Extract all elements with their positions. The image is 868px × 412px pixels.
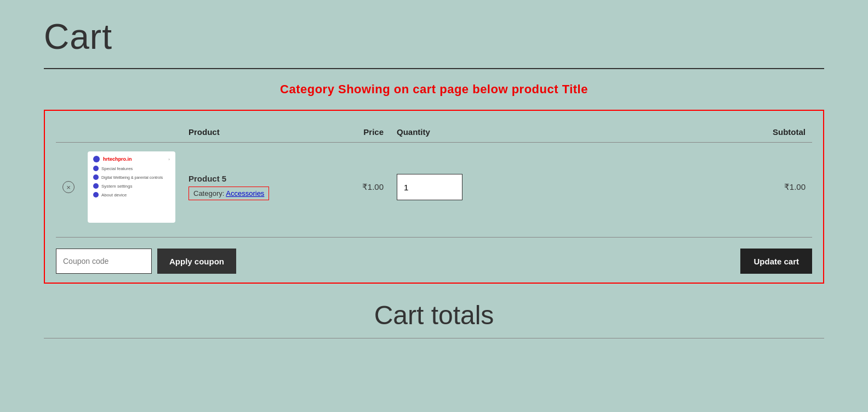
coupon-area: Apply coupon (56, 249, 236, 274)
apply-coupon-button[interactable]: Apply coupon (157, 249, 236, 274)
col-header-image (81, 122, 182, 143)
product-subtotal: ₹1.00 (784, 182, 806, 191)
col-header-subtotal: Subtotal (500, 122, 812, 143)
col-header-quantity: Quantity (390, 122, 500, 143)
title-divider (44, 68, 824, 69)
product-price: ₹1.00 (362, 182, 384, 191)
coupon-input[interactable] (56, 249, 152, 274)
table-row: × hrtechpro.in › Special features (56, 143, 812, 232)
category-label: Category: (193, 189, 224, 197)
remove-item-button[interactable]: × (62, 181, 75, 193)
category-link[interactable]: Accessories (226, 189, 264, 197)
thumb-arrow: › (168, 157, 170, 162)
bottom-divider (44, 338, 824, 338)
thumb-row-3: System settings (101, 184, 132, 189)
thumb-circle-1 (93, 166, 99, 171)
thumb-circle-3 (93, 183, 99, 189)
cart-totals-title: Cart totals (44, 300, 824, 330)
thumb-circle-2 (93, 174, 99, 180)
thumb-row-2: Digital Wellbeing & parental controls (101, 176, 163, 179)
thumb-row-4: About device (101, 193, 127, 197)
thumb-row-1: Special features (101, 166, 133, 171)
product-name: Product 5 (189, 174, 329, 183)
col-header-remove (56, 122, 81, 143)
thumb-circle-4 (93, 192, 99, 197)
cart-table: Product Price Quantity Subtotal × hrtech… (56, 122, 812, 232)
product-category-badge: Category: Accessories (189, 187, 269, 200)
thumb-dot-header (93, 156, 100, 162)
notice-banner: Category Showing on cart page below prod… (44, 82, 824, 97)
quantity-input[interactable] (397, 174, 462, 200)
update-cart-button[interactable]: Update cart (740, 249, 812, 274)
thumb-brand: hrtechpro.in (103, 156, 132, 162)
cart-actions: Apply coupon Update cart (56, 237, 812, 283)
col-header-price: Price (335, 122, 390, 143)
product-thumbnail: hrtechpro.in › Special features Digital … (88, 151, 175, 223)
cart-table-wrapper: Product Price Quantity Subtotal × hrtech… (44, 110, 824, 284)
col-header-product: Product (182, 122, 335, 143)
page-title: Cart (44, 16, 824, 57)
